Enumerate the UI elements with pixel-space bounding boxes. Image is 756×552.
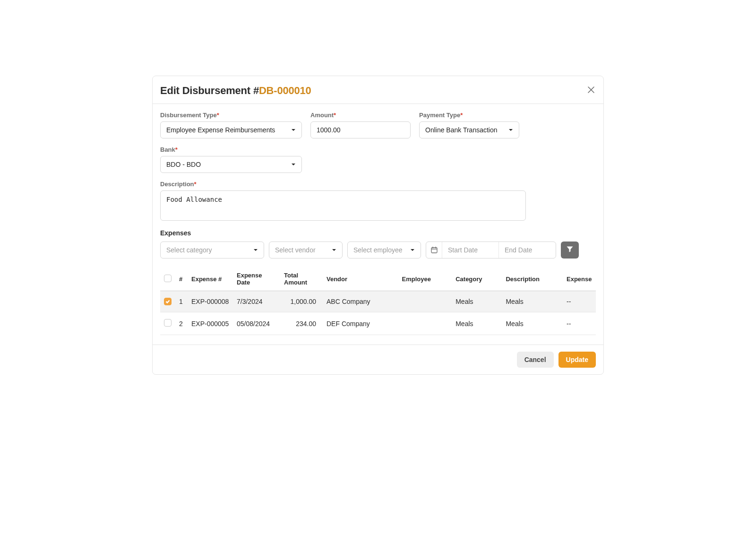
cancel-button[interactable]: Cancel xyxy=(517,352,554,368)
table-row: 1 EXP-000008 7/3/2024 1,000.00 ABC Compa… xyxy=(160,291,596,312)
cell-num: 1 xyxy=(175,291,188,312)
description-textarea[interactable] xyxy=(160,190,526,221)
col-expense-date: Expense Date xyxy=(233,267,280,291)
cell-category: Meals xyxy=(452,291,502,312)
dialog-title: Edit Disbursement #DB-000010 xyxy=(160,85,311,97)
close-icon xyxy=(588,86,594,95)
expenses-table: # Expense # Expense Date Total Amount Ve… xyxy=(160,267,596,335)
amount-input[interactable] xyxy=(310,121,411,138)
payment-type-label: Payment Type* xyxy=(419,112,519,119)
filter-category-select[interactable]: Select category xyxy=(160,242,264,259)
table-row: 2 EXP-000005 05/08/2024 234.00 DEF Compa… xyxy=(160,312,596,335)
cell-vendor: DEF Company xyxy=(323,312,398,335)
col-category: Category xyxy=(452,267,502,291)
cell-description: Meals xyxy=(502,312,563,335)
close-button[interactable] xyxy=(586,86,596,95)
cell-expense-num: EXP-000008 xyxy=(188,291,233,312)
bank-label: Bank* xyxy=(160,146,302,153)
end-date-input[interactable]: End Date xyxy=(499,242,556,258)
dialog-body: Disbursement Type* Employee Expense Reim… xyxy=(153,104,603,345)
cell-expense: -- xyxy=(563,291,596,312)
description-field: Description* xyxy=(160,181,526,221)
cell-date: 05/08/2024 xyxy=(233,312,280,335)
amount-field: Amount* xyxy=(310,112,411,138)
col-expense: Expense xyxy=(563,267,596,291)
disbursement-type-select[interactable]: Employee Expense Reimbursements xyxy=(160,121,302,138)
cell-description: Meals xyxy=(502,291,563,312)
col-num: # xyxy=(175,267,188,291)
cell-vendor: ABC Company xyxy=(323,291,398,312)
expense-filters: Select category Select vendor Select emp… xyxy=(160,242,596,259)
calendar-icon xyxy=(426,242,442,258)
select-all-checkbox[interactable] xyxy=(164,275,172,282)
payment-type-field: Payment Type* Online Bank Transaction xyxy=(419,112,519,138)
dialog-footer: Cancel Update xyxy=(153,345,603,374)
filter-employee-select[interactable]: Select employee xyxy=(347,242,421,259)
cell-category: Meals xyxy=(452,312,502,335)
date-range: Start Date End Date xyxy=(426,242,556,259)
caret-down-icon xyxy=(253,248,258,252)
svg-rect-0 xyxy=(431,248,437,253)
table-header-row: # Expense # Expense Date Total Amount Ve… xyxy=(160,267,596,291)
row-checkbox[interactable] xyxy=(164,298,172,305)
caret-down-icon xyxy=(291,162,296,167)
caret-down-icon xyxy=(508,128,513,132)
col-description: Description xyxy=(502,267,563,291)
disbursement-type-field: Disbursement Type* Employee Expense Reim… xyxy=(160,112,302,138)
bank-select[interactable]: BDO - BDO xyxy=(160,156,302,173)
col-vendor: Vendor xyxy=(323,267,398,291)
amount-label: Amount* xyxy=(310,112,411,119)
update-button[interactable]: Update xyxy=(558,352,596,368)
col-employee: Employee xyxy=(398,267,452,291)
cell-num: 2 xyxy=(175,312,188,335)
title-prefix: Edit Disbursement # xyxy=(160,85,259,96)
disbursement-type-label: Disbursement Type* xyxy=(160,112,302,119)
funnel-icon xyxy=(566,245,574,255)
cell-employee xyxy=(398,291,452,312)
row-checkbox[interactable] xyxy=(164,319,172,327)
cell-amount: 234.00 xyxy=(280,312,323,335)
caret-down-icon xyxy=(291,128,296,132)
disbursement-id: DB-000010 xyxy=(259,85,311,96)
col-total-amount: Total Amount xyxy=(280,267,323,291)
cell-date: 7/3/2024 xyxy=(233,291,280,312)
apply-filter-button[interactable] xyxy=(561,242,579,259)
cell-employee xyxy=(398,312,452,335)
cell-expense-num: EXP-000005 xyxy=(188,312,233,335)
description-label: Description* xyxy=(160,181,526,188)
start-date-input[interactable]: Start Date xyxy=(442,242,499,258)
caret-down-icon xyxy=(410,248,415,252)
filter-vendor-select[interactable]: Select vendor xyxy=(269,242,343,259)
dialog-header: Edit Disbursement #DB-000010 xyxy=(153,76,603,104)
cell-amount: 1,000.00 xyxy=(280,291,323,312)
col-expense-num: Expense # xyxy=(188,267,233,291)
bank-field: Bank* BDO - BDO xyxy=(160,146,302,173)
edit-disbursement-dialog: Edit Disbursement #DB-000010 Disbursemen… xyxy=(152,76,604,375)
payment-type-select[interactable]: Online Bank Transaction xyxy=(419,121,519,138)
expenses-section-label: Expenses xyxy=(160,229,596,237)
cell-expense: -- xyxy=(563,312,596,335)
caret-down-icon xyxy=(332,248,336,252)
